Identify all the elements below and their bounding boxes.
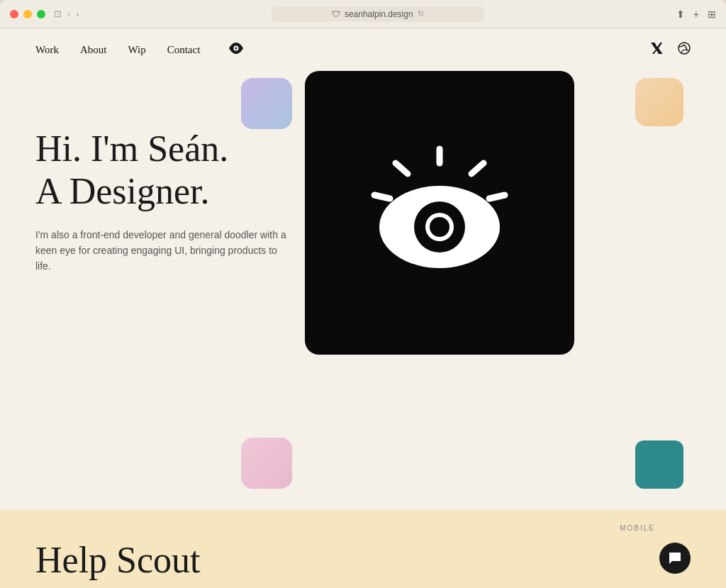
svg-line-6 <box>374 195 390 199</box>
share-button[interactable]: ⬆ <box>676 9 685 20</box>
hero-subtitle: I'm also a front-end developer and gener… <box>35 227 291 274</box>
new-tab-button[interactable]: + <box>693 9 699 20</box>
svg-line-5 <box>471 163 484 174</box>
hero-heading: Hi. I'm Seán. A Designer. <box>35 128 291 213</box>
eye-icon[interactable] <box>228 43 244 57</box>
bottom-label: MOBILE <box>620 524 655 532</box>
bottom-title: Help Scout <box>35 539 201 581</box>
dribbble-icon[interactable] <box>678 42 691 57</box>
security-icon: 🛡 <box>332 9 340 19</box>
close-button[interactable] <box>10 10 18 18</box>
peach-deco-square <box>635 78 683 126</box>
nav-about[interactable]: About <box>80 44 107 56</box>
nav-contact[interactable]: Contact <box>167 44 201 56</box>
sidebar-toggle-button[interactable]: ⊡ <box>54 9 62 19</box>
teal-deco-square <box>635 440 683 489</box>
maximize-button[interactable] <box>37 10 45 18</box>
purple-deco-square <box>241 78 292 129</box>
svg-line-4 <box>396 163 408 174</box>
svg-point-1 <box>235 47 238 49</box>
pink-deco-square <box>241 438 292 489</box>
svg-point-11 <box>430 217 449 237</box>
twitter-icon[interactable] <box>651 43 664 57</box>
refresh-icon[interactable]: ↻ <box>418 9 424 18</box>
browser-titlebar: ⊡ ‹ › 🛡 seanhalpin.design ↻ ⬆ + ⊞ <box>0 0 726 28</box>
nav-work[interactable]: Work <box>35 44 59 56</box>
browser-actions: ⬆ + ⊞ <box>676 9 716 20</box>
nav-social <box>651 42 691 57</box>
grid-button[interactable]: ⊞ <box>708 9 716 20</box>
svg-line-7 <box>489 195 505 199</box>
address-bar-container: 🛡 seanhalpin.design ↻ <box>79 6 676 22</box>
browser-window: ⊡ ‹ › 🛡 seanhalpin.design ↻ ⬆ + ⊞ Work A… <box>0 0 726 588</box>
hero-section: Hi. I'm Seán. A Designer. I'm also a fro… <box>0 71 726 510</box>
back-button[interactable]: ‹ <box>67 9 70 19</box>
chat-button[interactable] <box>659 543 691 574</box>
eye-illustration-card <box>305 71 574 355</box>
chat-icon <box>668 551 682 565</box>
nav-links: Work About Wip Contact <box>35 43 244 57</box>
hero-title-line2: A Designer. <box>35 171 210 211</box>
hero-title-line1: Hi. I'm Seán. <box>35 128 228 169</box>
bottom-section: MOBILE Help Scout <box>0 510 726 588</box>
hero-text-block: Hi. I'm Seán. A Designer. I'm also a fro… <box>35 128 291 274</box>
minimize-button[interactable] <box>23 10 32 18</box>
website-content: Work About Wip Contact <box>0 28 726 588</box>
browser-nav-controls: ⊡ ‹ › <box>54 9 79 19</box>
url-display[interactable]: seanhalpin.design <box>345 9 413 19</box>
traffic-lights <box>10 10 45 18</box>
address-bar[interactable]: 🛡 seanhalpin.design ↻ <box>272 6 484 22</box>
navigation: Work About Wip Contact <box>0 28 726 71</box>
nav-wip[interactable]: Wip <box>128 44 145 56</box>
eye-svg <box>347 142 532 284</box>
